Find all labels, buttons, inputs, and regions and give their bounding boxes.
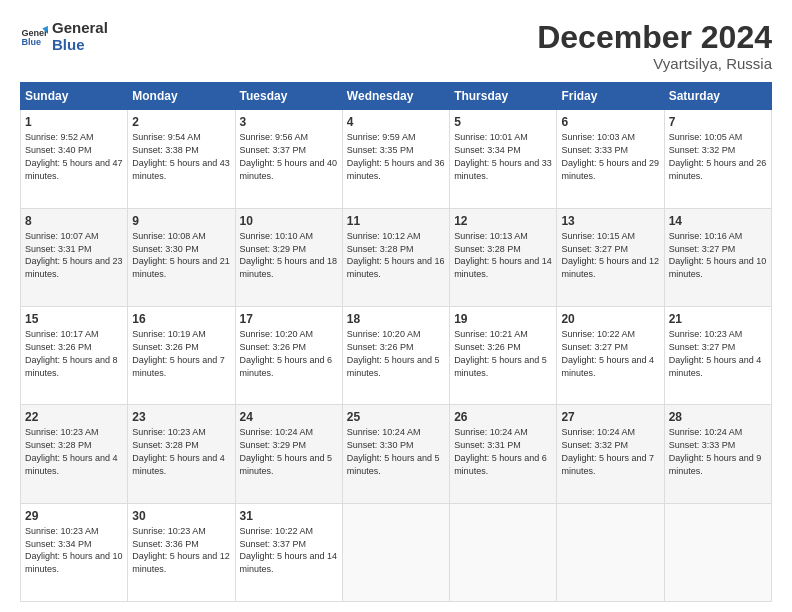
- day-number: 23: [132, 409, 230, 425]
- day-info: Sunrise: 10:17 AMSunset: 3:26 PMDaylight…: [25, 329, 118, 377]
- calendar-cell: 25Sunrise: 10:24 AMSunset: 3:30 PMDaylig…: [342, 405, 449, 503]
- calendar-table: SundayMondayTuesdayWednesdayThursdayFrid…: [20, 82, 772, 602]
- calendar-cell: 21Sunrise: 10:23 AMSunset: 3:27 PMDaylig…: [664, 306, 771, 404]
- day-info: Sunrise: 10:08 AMSunset: 3:30 PMDaylight…: [132, 231, 230, 279]
- page: General Blue General Blue December 2024 …: [0, 0, 792, 612]
- calendar-cell: 7Sunrise: 10:05 AMSunset: 3:32 PMDayligh…: [664, 110, 771, 208]
- calendar-cell: [450, 503, 557, 601]
- day-number: 4: [347, 114, 445, 130]
- calendar-cell: 22Sunrise: 10:23 AMSunset: 3:28 PMDaylig…: [21, 405, 128, 503]
- calendar-cell: 3Sunrise: 9:56 AMSunset: 3:37 PMDaylight…: [235, 110, 342, 208]
- day-info: Sunrise: 10:22 AMSunset: 3:27 PMDaylight…: [561, 329, 654, 377]
- day-info: Sunrise: 9:56 AMSunset: 3:37 PMDaylight:…: [240, 132, 338, 180]
- week-row-3: 15Sunrise: 10:17 AMSunset: 3:26 PMDaylig…: [21, 306, 772, 404]
- week-row-5: 29Sunrise: 10:23 AMSunset: 3:34 PMDaylig…: [21, 503, 772, 601]
- day-info: Sunrise: 10:15 AMSunset: 3:27 PMDaylight…: [561, 231, 659, 279]
- day-info: Sunrise: 10:24 AMSunset: 3:29 PMDaylight…: [240, 427, 333, 475]
- calendar-cell: 19Sunrise: 10:21 AMSunset: 3:26 PMDaylig…: [450, 306, 557, 404]
- col-header-saturday: Saturday: [664, 83, 771, 110]
- calendar-cell: 6Sunrise: 10:03 AMSunset: 3:33 PMDayligh…: [557, 110, 664, 208]
- logo: General Blue General Blue: [20, 20, 108, 53]
- day-number: 24: [240, 409, 338, 425]
- calendar-cell: 20Sunrise: 10:22 AMSunset: 3:27 PMDaylig…: [557, 306, 664, 404]
- col-header-friday: Friday: [557, 83, 664, 110]
- svg-text:Blue: Blue: [21, 37, 41, 47]
- calendar-cell: 4Sunrise: 9:59 AMSunset: 3:35 PMDaylight…: [342, 110, 449, 208]
- calendar-cell: 9Sunrise: 10:08 AMSunset: 3:30 PMDayligh…: [128, 208, 235, 306]
- day-info: Sunrise: 10:07 AMSunset: 3:31 PMDaylight…: [25, 231, 123, 279]
- day-info: Sunrise: 10:23 AMSunset: 3:34 PMDaylight…: [25, 526, 123, 574]
- calendar-cell: [664, 503, 771, 601]
- calendar-cell: [557, 503, 664, 601]
- day-info: Sunrise: 10:23 AMSunset: 3:28 PMDaylight…: [132, 427, 225, 475]
- day-info: Sunrise: 9:54 AMSunset: 3:38 PMDaylight:…: [132, 132, 230, 180]
- calendar-cell: 26Sunrise: 10:24 AMSunset: 3:31 PMDaylig…: [450, 405, 557, 503]
- calendar-cell: 1Sunrise: 9:52 AMSunset: 3:40 PMDaylight…: [21, 110, 128, 208]
- week-row-2: 8Sunrise: 10:07 AMSunset: 3:31 PMDayligh…: [21, 208, 772, 306]
- calendar-cell: 16Sunrise: 10:19 AMSunset: 3:26 PMDaylig…: [128, 306, 235, 404]
- calendar-cell: 12Sunrise: 10:13 AMSunset: 3:28 PMDaylig…: [450, 208, 557, 306]
- day-info: Sunrise: 10:23 AMSunset: 3:28 PMDaylight…: [25, 427, 118, 475]
- day-number: 11: [347, 213, 445, 229]
- day-number: 7: [669, 114, 767, 130]
- col-header-monday: Monday: [128, 83, 235, 110]
- calendar-cell: 30Sunrise: 10:23 AMSunset: 3:36 PMDaylig…: [128, 503, 235, 601]
- calendar-cell: 8Sunrise: 10:07 AMSunset: 3:31 PMDayligh…: [21, 208, 128, 306]
- day-number: 13: [561, 213, 659, 229]
- calendar-header-row: SundayMondayTuesdayWednesdayThursdayFrid…: [21, 83, 772, 110]
- calendar-cell: 24Sunrise: 10:24 AMSunset: 3:29 PMDaylig…: [235, 405, 342, 503]
- day-info: Sunrise: 10:20 AMSunset: 3:26 PMDaylight…: [240, 329, 333, 377]
- day-info: Sunrise: 10:21 AMSunset: 3:26 PMDaylight…: [454, 329, 547, 377]
- day-number: 8: [25, 213, 123, 229]
- day-info: Sunrise: 10:13 AMSunset: 3:28 PMDaylight…: [454, 231, 552, 279]
- calendar-cell: 23Sunrise: 10:23 AMSunset: 3:28 PMDaylig…: [128, 405, 235, 503]
- logo-general: General: [52, 20, 108, 37]
- day-info: Sunrise: 10:01 AMSunset: 3:34 PMDaylight…: [454, 132, 552, 180]
- week-row-1: 1Sunrise: 9:52 AMSunset: 3:40 PMDaylight…: [21, 110, 772, 208]
- day-info: Sunrise: 10:10 AMSunset: 3:29 PMDaylight…: [240, 231, 338, 279]
- calendar-cell: 28Sunrise: 10:24 AMSunset: 3:33 PMDaylig…: [664, 405, 771, 503]
- day-number: 10: [240, 213, 338, 229]
- day-info: Sunrise: 10:22 AMSunset: 3:37 PMDaylight…: [240, 526, 338, 574]
- day-info: Sunrise: 10:24 AMSunset: 3:33 PMDaylight…: [669, 427, 762, 475]
- calendar-cell: 10Sunrise: 10:10 AMSunset: 3:29 PMDaylig…: [235, 208, 342, 306]
- day-info: Sunrise: 10:24 AMSunset: 3:30 PMDaylight…: [347, 427, 440, 475]
- day-info: Sunrise: 9:59 AMSunset: 3:35 PMDaylight:…: [347, 132, 445, 180]
- day-number: 17: [240, 311, 338, 327]
- day-number: 26: [454, 409, 552, 425]
- day-number: 28: [669, 409, 767, 425]
- day-number: 12: [454, 213, 552, 229]
- day-number: 5: [454, 114, 552, 130]
- day-number: 3: [240, 114, 338, 130]
- calendar-cell: [342, 503, 449, 601]
- title-block: December 2024 Vyartsilya, Russia: [537, 20, 772, 72]
- col-header-tuesday: Tuesday: [235, 83, 342, 110]
- day-number: 25: [347, 409, 445, 425]
- day-number: 16: [132, 311, 230, 327]
- col-header-thursday: Thursday: [450, 83, 557, 110]
- calendar-cell: 18Sunrise: 10:20 AMSunset: 3:26 PMDaylig…: [342, 306, 449, 404]
- logo-icon: General Blue: [20, 23, 48, 51]
- calendar-cell: 2Sunrise: 9:54 AMSunset: 3:38 PMDaylight…: [128, 110, 235, 208]
- day-number: 15: [25, 311, 123, 327]
- day-info: Sunrise: 10:12 AMSunset: 3:28 PMDaylight…: [347, 231, 445, 279]
- day-number: 22: [25, 409, 123, 425]
- day-number: 18: [347, 311, 445, 327]
- day-number: 14: [669, 213, 767, 229]
- day-number: 27: [561, 409, 659, 425]
- day-number: 6: [561, 114, 659, 130]
- day-info: Sunrise: 10:23 AMSunset: 3:36 PMDaylight…: [132, 526, 230, 574]
- day-info: Sunrise: 10:24 AMSunset: 3:31 PMDaylight…: [454, 427, 547, 475]
- week-row-4: 22Sunrise: 10:23 AMSunset: 3:28 PMDaylig…: [21, 405, 772, 503]
- col-header-sunday: Sunday: [21, 83, 128, 110]
- day-info: Sunrise: 9:52 AMSunset: 3:40 PMDaylight:…: [25, 132, 123, 180]
- subtitle: Vyartsilya, Russia: [537, 55, 772, 72]
- day-number: 2: [132, 114, 230, 130]
- col-header-wednesday: Wednesday: [342, 83, 449, 110]
- day-number: 20: [561, 311, 659, 327]
- calendar-body: 1Sunrise: 9:52 AMSunset: 3:40 PMDaylight…: [21, 110, 772, 602]
- calendar-cell: 17Sunrise: 10:20 AMSunset: 3:26 PMDaylig…: [235, 306, 342, 404]
- day-number: 30: [132, 508, 230, 524]
- calendar-cell: 13Sunrise: 10:15 AMSunset: 3:27 PMDaylig…: [557, 208, 664, 306]
- day-info: Sunrise: 10:24 AMSunset: 3:32 PMDaylight…: [561, 427, 654, 475]
